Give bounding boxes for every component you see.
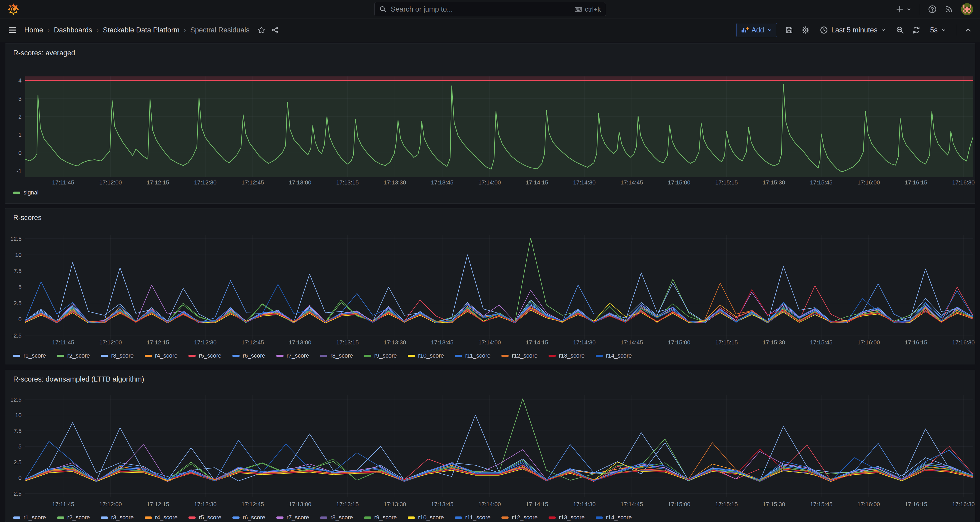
- search-bar[interactable]: ctrl+k: [374, 2, 606, 16]
- rss-icon: [945, 5, 953, 13]
- svg-text:17:16:30: 17:16:30: [952, 501, 975, 508]
- legend-item[interactable]: r1_score: [13, 514, 46, 521]
- svg-text:12.5: 12.5: [10, 396, 22, 403]
- collapse-toolbar-button[interactable]: [964, 26, 972, 34]
- legend-color-pill: [408, 516, 415, 519]
- legend-item[interactable]: r5_score: [188, 352, 221, 359]
- legend-color-pill: [455, 355, 462, 357]
- breadcrumb-folder[interactable]: Stackable Data Platform: [103, 26, 180, 34]
- legend-item[interactable]: r3_score: [101, 514, 134, 521]
- legend-item[interactable]: r14_score: [596, 514, 632, 521]
- grafana-logo-icon[interactable]: [7, 3, 20, 16]
- legend-item[interactable]: r12_score: [501, 352, 538, 359]
- legend-item[interactable]: r7_score: [277, 352, 309, 359]
- legend-item[interactable]: r1_score: [13, 352, 46, 359]
- legend-color-pill: [232, 516, 240, 519]
- legend-item[interactable]: r4_score: [145, 514, 178, 521]
- svg-text:17:12:00: 17:12:00: [99, 339, 122, 346]
- legend-item[interactable]: r11_score: [455, 352, 490, 359]
- legend-color-pill: [57, 355, 64, 357]
- help-button[interactable]: [928, 5, 937, 14]
- legend-item[interactable]: r6_score: [232, 514, 265, 521]
- legend-color-pill: [232, 355, 240, 357]
- breadcrumb-dashboards[interactable]: Dashboards: [54, 26, 92, 34]
- legend-item[interactable]: r13_score: [549, 514, 585, 521]
- svg-text:17:11:45: 17:11:45: [52, 501, 74, 508]
- legend-label: r7_score: [286, 514, 309, 521]
- zoom-out-button[interactable]: [896, 26, 904, 34]
- zoom-out-icon: [896, 26, 904, 34]
- dashboard-settings-button[interactable]: [801, 26, 810, 35]
- chevron-down-icon: [880, 27, 886, 33]
- news-button[interactable]: [945, 5, 953, 13]
- time-series-plot[interactable]: 17:11:4517:12:0017:12:1517:12:3017:12:45…: [5, 370, 975, 522]
- legend-item[interactable]: r14_score: [596, 352, 632, 359]
- svg-text:-2.5: -2.5: [11, 490, 22, 497]
- legend-item[interactable]: r8_score: [320, 352, 353, 359]
- legend-item[interactable]: r6_score: [232, 352, 265, 359]
- legend-item[interactable]: r9_score: [364, 514, 397, 521]
- time-series-plot[interactable]: 17:11:4517:12:0017:12:1517:12:3017:12:45…: [5, 44, 975, 203]
- add-button[interactable]: Add: [737, 23, 777, 37]
- legend-label: r8_score: [330, 352, 353, 359]
- breadcrumb-separator: ›: [96, 26, 99, 34]
- legend-item[interactable]: r4_score: [145, 352, 178, 359]
- question-circle-icon: [928, 5, 937, 14]
- svg-text:1: 1: [18, 131, 22, 138]
- favorite-button[interactable]: [258, 26, 265, 34]
- legend-label: r10_score: [418, 514, 444, 521]
- dashboard-toolbar: Home › Dashboards › Stackable Data Platf…: [0, 18, 980, 42]
- legend-item[interactable]: r10_score: [408, 352, 444, 359]
- legend-label: r11_score: [465, 514, 490, 521]
- legend-item[interactable]: r2_score: [57, 514, 90, 521]
- time-range-picker[interactable]: Last 5 minutes: [818, 26, 888, 35]
- legend-item[interactable]: r8_score: [320, 514, 353, 521]
- svg-text:17:15:45: 17:15:45: [810, 501, 833, 508]
- legend-item[interactable]: r3_score: [101, 352, 134, 359]
- legend-item[interactable]: r11_score: [455, 514, 490, 521]
- legend-color-pill: [455, 516, 462, 519]
- legend-color-pill: [549, 355, 556, 357]
- svg-text:17:12:45: 17:12:45: [241, 339, 264, 346]
- legend-item[interactable]: r7_score: [277, 514, 309, 521]
- toolbar-actions: Add Last 5 minutes: [737, 23, 972, 37]
- svg-text:17:12:45: 17:12:45: [241, 501, 264, 508]
- svg-text:17:14:30: 17:14:30: [573, 339, 596, 346]
- user-avatar[interactable]: [961, 3, 973, 15]
- legend-item[interactable]: r13_score: [549, 352, 585, 359]
- keyboard-icon: [574, 5, 582, 13]
- search-input[interactable]: [390, 5, 571, 14]
- svg-text:17:16:15: 17:16:15: [905, 501, 928, 508]
- grafana-dashboard: ctrl+k: [0, 0, 980, 522]
- svg-text:17:13:30: 17:13:30: [383, 339, 406, 346]
- panel-title[interactable]: R-scores: [13, 214, 41, 222]
- legend-item[interactable]: signal: [13, 189, 38, 196]
- panel-title[interactable]: R-scores: averaged: [13, 49, 75, 57]
- legend-label: r5_score: [199, 514, 221, 521]
- refresh-button[interactable]: [912, 26, 921, 34]
- save-dashboard-button[interactable]: [785, 26, 793, 34]
- legend-item[interactable]: r2_score: [57, 352, 90, 359]
- svg-text:-2.5: -2.5: [11, 332, 22, 339]
- svg-text:17:12:15: 17:12:15: [146, 501, 169, 508]
- legend-label: r14_score: [606, 514, 632, 521]
- new-item-button[interactable]: [896, 5, 912, 13]
- time-series-plot[interactable]: 17:11:4517:12:0017:12:1517:12:3017:12:45…: [5, 208, 975, 364]
- share-button[interactable]: [271, 26, 279, 34]
- legend-item[interactable]: r9_score: [364, 352, 397, 359]
- svg-text:17:13:45: 17:13:45: [431, 339, 453, 346]
- refresh-icon: [912, 26, 921, 34]
- legend-item[interactable]: r12_score: [501, 514, 538, 521]
- refresh-interval-picker[interactable]: 5s: [928, 26, 948, 35]
- legend-item[interactable]: r5_score: [188, 514, 221, 521]
- svg-text:0: 0: [18, 474, 22, 481]
- menu-button[interactable]: [8, 26, 17, 35]
- gear-icon: [801, 26, 810, 35]
- svg-text:7.5: 7.5: [13, 428, 22, 434]
- svg-text:17:14:15: 17:14:15: [526, 339, 548, 346]
- panel-title[interactable]: R-scores: downsampled (LTTB algorithm): [13, 375, 144, 383]
- svg-text:17:16:30: 17:16:30: [952, 179, 975, 186]
- legend-item[interactable]: r10_score: [408, 514, 444, 521]
- svg-text:17:14:15: 17:14:15: [526, 179, 548, 186]
- breadcrumb-home[interactable]: Home: [24, 26, 43, 34]
